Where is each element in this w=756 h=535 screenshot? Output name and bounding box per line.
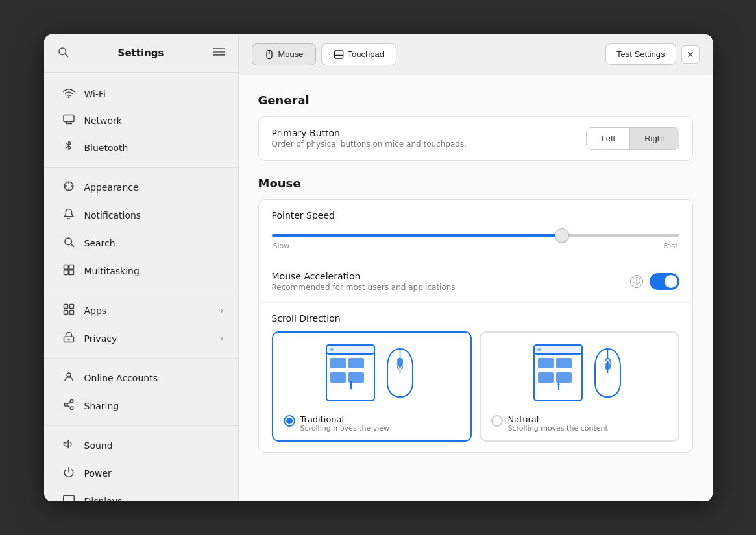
apps-arrow-icon: › [221,306,224,315]
mouse-acceleration-info-icon[interactable]: ⓘ [630,275,643,288]
sidebar-item-network[interactable]: Network [49,108,233,134]
mouse-acceleration-row: Mouse Acceleration Recommended for most … [259,261,692,303]
svg-point-5 [68,97,69,98]
svg-rect-49 [534,345,582,354]
general-section-title: General [258,93,693,107]
primary-button-card: Primary Button Order of physical buttons… [258,116,693,161]
sidebar-item-power[interactable]: Power [49,460,233,487]
svg-line-28 [67,401,70,403]
sidebar-item-appearance[interactable]: Appearance [49,174,233,201]
natural-ill-wrapper [533,344,626,402]
appearance-icon [62,180,75,195]
svg-rect-18 [69,304,73,308]
svg-rect-20 [69,310,73,314]
sidebar-nav: Wi-Fi Network Blue [44,73,238,501]
sidebar-header: Settings [44,34,238,73]
wifi-icon [62,88,75,101]
left-button[interactable]: Left [587,128,630,149]
tab-touchpad-label: Touchpad [348,49,384,59]
tab-mouse[interactable]: Mouse [252,43,316,65]
svg-rect-39 [326,345,374,354]
natural-option-text: Natural Scrolling moves the content [508,414,608,433]
svg-rect-6 [64,115,74,121]
sidebar-item-label-sound: Sound [84,440,113,451]
sound-icon [62,438,75,453]
svg-rect-14 [69,265,73,269]
natural-option: Natural Scrolling moves the content [489,412,670,433]
test-settings-label: Test Settings [616,49,665,59]
sidebar-item-multitasking[interactable]: Multitasking [49,257,233,285]
scroll-direction-cards: Traditional Scrolling moves the view [272,331,679,442]
sidebar-item-displays[interactable]: Displays [49,488,233,501]
sharing-icon [62,399,75,413]
pointer-speed-slider[interactable] [272,234,679,237]
scroll-card-traditional[interactable]: Traditional Scrolling moves the view [272,331,472,442]
svg-rect-53 [538,372,554,383]
mouse-tab-icon [264,49,274,60]
svg-rect-44 [348,372,364,383]
svg-marker-29 [64,440,68,447]
natural-desc: Scrolling moves the content [508,424,608,433]
svg-line-1 [65,54,67,56]
right-button-label: Right [644,134,664,143]
sidebar-item-label-notifications: Notifications [84,210,141,220]
svg-rect-41 [330,358,346,368]
mouse-acceleration-info: Mouse Acceleration Recommended for most … [272,271,630,292]
primary-button-group: Left Right [586,127,679,150]
sidebar-item-apps[interactable]: Apps › [49,297,233,324]
scroll-direction-section: Scroll Direction [259,303,692,452]
sidebar-item-sound[interactable]: Sound [49,432,233,459]
svg-rect-47 [397,358,403,370]
sidebar-item-sharing[interactable]: Sharing [49,392,233,420]
traditional-ill-wrapper [325,344,418,402]
scroll-direction-title: Scroll Direction [272,313,679,324]
close-button[interactable]: ✕ [681,45,700,64]
mouse-acceleration-desc: Recommended for most users and applicati… [272,283,630,292]
scroll-card-natural[interactable]: Natural Scrolling moves the content [480,331,679,442]
sidebar-item-label-wifi: Wi-Fi [84,89,106,99]
traditional-desc: Scrolling moves the view [300,424,390,433]
svg-line-12 [71,244,73,246]
svg-rect-31 [63,495,74,501]
slow-label: Slow [273,242,290,250]
svg-rect-13 [64,265,68,269]
pointer-speed-row: Pointer Speed Slow Fast [259,200,692,261]
sidebar-item-privacy[interactable]: Privacy › [49,325,233,352]
close-icon: ✕ [687,49,694,60]
displays-icon [62,494,75,501]
online-accounts-icon [62,371,75,385]
sidebar-item-wifi[interactable]: Wi-Fi [49,81,233,107]
sidebar-item-label-apps: Apps [84,305,107,316]
privacy-icon [62,331,75,346]
sidebar-item-bluetooth[interactable]: Bluetooth [49,134,233,161]
sidebar-item-label-online-accounts: Online Accounts [84,373,158,383]
tab-touchpad[interactable]: Touchpad [321,43,396,65]
svg-rect-19 [64,310,67,314]
sidebar-item-label-search: Search [84,238,116,248]
sidebar-item-online-accounts[interactable]: Online Accounts [49,364,233,392]
mouse-acceleration-toggle[interactable] [650,273,679,290]
touchpad-tab-icon [334,49,344,60]
traditional-mouse-svg [382,344,418,402]
sidebar-item-label-appearance: Appearance [84,182,139,193]
traditional-option-text: Traditional Scrolling moves the view [300,414,390,433]
primary-button-row: Primary Button Order of physical buttons… [259,117,692,160]
bluetooth-icon [62,141,75,155]
sidebar-item-notifications[interactable]: Notifications [49,202,233,229]
tab-mouse-label: Mouse [278,49,304,59]
nav-group-apps-privacy: Apps › Privacy › [44,291,238,355]
test-settings-button[interactable]: Test Settings [605,43,676,65]
natural-radio[interactable] [491,415,503,427]
sidebar-item-search[interactable]: Search [49,230,233,257]
right-button[interactable]: Right [630,128,678,149]
traditional-option: Traditional Scrolling moves the view [281,412,463,433]
traditional-radio[interactable] [284,415,295,427]
natural-screen-svg [533,344,585,402]
search-icon[interactable] [57,46,69,60]
mouse-section-title: Mouse [258,176,693,190]
left-button-label: Left [601,134,615,143]
privacy-arrow-icon: › [221,334,224,343]
menu-icon[interactable] [213,47,225,59]
pointer-speed-label: Pointer Speed [272,210,679,220]
svg-point-40 [330,348,334,351]
